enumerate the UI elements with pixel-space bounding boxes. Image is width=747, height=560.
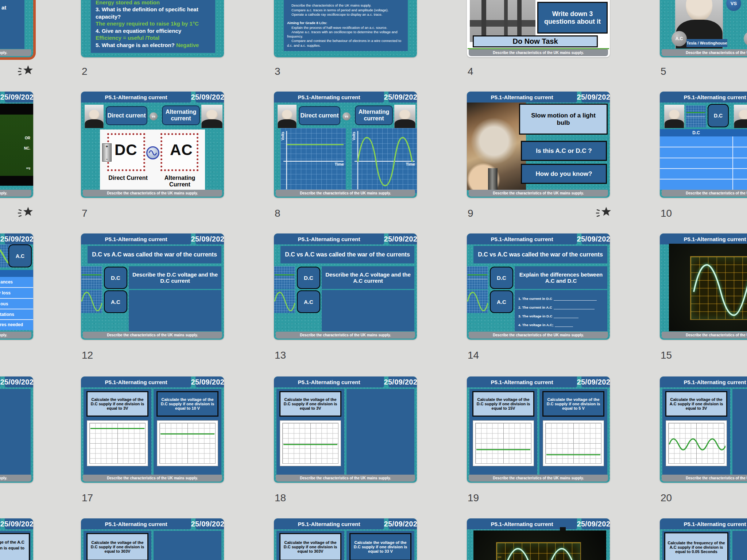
question-box-dc33: Calculate the voltage of the D.C supply … (349, 533, 411, 560)
oscilloscope-grid (280, 420, 341, 466)
slide-footer: Describe the characteristics of the UK m… (83, 190, 222, 197)
slide-title: P5.1-Alternating current (274, 233, 384, 244)
slide-date: 25/09/2025 (581, 233, 610, 244)
dc-label: DC (115, 141, 138, 159)
slide-number-9: 9 (468, 207, 473, 220)
video-text-fragment: NC. (24, 146, 30, 150)
slide-title: P5.1-Alternating current (274, 92, 384, 103)
slide-7-thumbnail[interactable]: P5.1-Alternating current 25/09/2025 Dire… (81, 92, 224, 198)
slide-21-thumbnail[interactable]: P5.1-Alternating current 25/09/2025 tage… (0, 518, 33, 560)
right-panel (732, 389, 747, 475)
slide-1-thumbnail[interactable]: at Describe the characteristics of the U… (0, 0, 33, 57)
slide-footer: Describe the characteristics of the UK m… (276, 190, 415, 197)
tesla-westinghouse-label: Tesla / Westinghouse (686, 39, 727, 47)
alternating-current-button: Alternating current (355, 105, 393, 125)
slide-footer: Describe the characteristics of the UK m… (0, 190, 31, 197)
slide-3-thumbnail[interactable]: Describe the characteristics of the UK m… (274, 0, 417, 57)
slow-motion-box: Slow motion of a light bulb (519, 104, 608, 135)
video-text-fragment: OR (25, 136, 30, 140)
slide-number-4: 4 (468, 65, 473, 78)
slide-footer: Describe the characteristics of the UK m… (276, 475, 415, 482)
slide-22-thumbnail[interactable]: P5.1-Alternating current 25/09/2025 Calc… (81, 518, 224, 560)
slide-number-12: 12 (82, 349, 93, 362)
slide-title: P5.1-Alternating current (660, 233, 747, 244)
content-panel (0, 389, 31, 475)
slide-25-thumbnail[interactable]: P5.1-Alternating current 25/09/2025 Calc… (660, 518, 747, 560)
slide-23-thumbnail[interactable]: P5.1-Alternating current 25/09/2025 Calc… (274, 518, 417, 560)
slide-date: 25/09/2025 (388, 92, 417, 103)
slide-date: 25/09/2025 (196, 233, 224, 244)
slide-title: P5.1-Alternating current (274, 376, 384, 387)
answer-area (129, 290, 221, 331)
question-box-dc303: Calculate the voltage of the D.C supply … (279, 533, 341, 560)
slide-17-thumbnail[interactable]: P5.1-Alternating current 25/09/2025 Calc… (81, 376, 224, 483)
question-box-fragment: tage of the A.C ion is equal to (0, 533, 30, 560)
slide-19-thumbnail[interactable]: P5.1-Alternating current 25/09/2025 Calc… (467, 376, 610, 483)
slide-16-thumbnail[interactable]: P5.1-Alternating current 25/09/2025 Desc… (0, 376, 33, 483)
slide-9-thumbnail[interactable]: P5.1-Alternating current 25/09/2025 Slow… (467, 92, 610, 198)
slide-8-thumbnail[interactable]: P5.1-Alternating current 25/09/2025 Dire… (274, 92, 417, 198)
slide-number-7: 7 (82, 207, 88, 220)
table-header-dc: D.C (660, 129, 732, 136)
slide-12-thumbnail[interactable]: P5.1-Alternating current 25/09/2025 D.C … (81, 233, 224, 340)
slide-number-15: 15 (661, 349, 672, 362)
ac-button: A.C (490, 290, 513, 313)
table-header-row (0, 270, 33, 277)
slide-number-5: 5 (661, 65, 666, 78)
oscilloscope-grid-dc15 (473, 420, 534, 466)
table-header-right (732, 129, 747, 136)
dc-button: D.C (490, 267, 513, 289)
ac-box: A.C (8, 244, 32, 267)
slide-date: 25/09/2025 (581, 376, 610, 387)
direct-current-caption: Direct Current (101, 175, 155, 181)
slide-title: P5.1-Alternating current (467, 376, 577, 387)
war-of-currents-banner: D.C vs A.C was called the war of the cur… (473, 246, 607, 263)
dc-button: D.C (104, 267, 127, 289)
oscilloscope-grid-dc10 (157, 420, 218, 466)
learning-objectives: Describe the characteristics of the UK m… (287, 3, 405, 48)
battery-icon: +- (102, 143, 112, 162)
slide-10-thumbnail[interactable]: P5.1-Alternating current 25/09/2025 D.C … (660, 92, 747, 198)
animation-star-icon[interactable] (18, 206, 34, 220)
slide-11-thumbnail[interactable]: P5.1-Alternating current 25/09/2025 A.C … (0, 233, 33, 340)
animation-star-icon[interactable] (596, 206, 612, 220)
table-column-divider (732, 136, 733, 190)
slide-title: P5.1-Alternating current (660, 376, 747, 387)
right-panel (732, 531, 747, 560)
right-panel (154, 531, 221, 560)
animation-star-icon[interactable] (18, 64, 34, 78)
slide-20-thumbnail[interactable]: P5.1-Alternating current 25/09/2025 Calc… (660, 376, 747, 483)
slide-date: 25/09/2025 (5, 518, 33, 529)
edison-photo (664, 105, 684, 128)
slide-date: 25/09/2025 (196, 92, 224, 103)
slide-13-thumbnail[interactable]: P5.1-Alternating current 25/09/2025 D.C … (274, 233, 417, 340)
question-box-dc3: Calculate the voltage of the D.C supply … (86, 391, 148, 417)
slide-number-20: 20 (661, 492, 672, 504)
differences-list: 1. The current in D.C 2. The current in … (515, 290, 607, 331)
do-now-questions: Energy stored as motion 3. What is the d… (96, 0, 211, 49)
slide-15-thumbnail[interactable]: P5.1-Alternating current 25/09/2025 Desc… (660, 233, 747, 340)
alternating-current-caption: Alternating Current (155, 175, 205, 188)
slide-date: 25/09/2025 (388, 233, 417, 244)
slide-18-thumbnail[interactable]: P5.1-Alternating current 25/09/2025 Calc… (274, 376, 417, 483)
slide-14-thumbnail[interactable]: P5.1-Alternating current 25/09/2025 D.C … (467, 233, 610, 340)
edison-photo (85, 105, 104, 128)
slide-2-thumbnail[interactable]: Energy stored as motion 3. What is the d… (81, 0, 224, 57)
slide-date: 25/09/2025 (388, 376, 417, 387)
slide-footer: Describe the characteristics of the UK m… (83, 332, 222, 339)
slide-title: P5.1-Alternating current (81, 376, 191, 387)
ac-badge: A.C (671, 31, 687, 46)
oscilloscope-grid-dc3 (87, 420, 148, 466)
dc-box: D.C (708, 104, 729, 127)
ac-button: A.C (297, 290, 320, 313)
slide-4-thumbnail[interactable]: Write down 3 questions about it Do Now T… (467, 0, 610, 57)
slide-number-3: 3 (275, 65, 280, 78)
war-of-currents-banner: D.C vs A.C was called the war of the cur… (88, 246, 221, 263)
slide-number-17: 17 (82, 492, 93, 504)
slide-6-thumbnail[interactable]: P5.1-Alternating current 25/09/2025 OR N… (0, 92, 33, 198)
text-fragment: at (1, 4, 6, 11)
slide-5-thumbnail[interactable]: VS A.C Tesla / Westinghouse Describe the… (660, 0, 747, 57)
slide-footer: Describe the characteristics of the UK m… (469, 49, 608, 56)
slide-24-thumbnail[interactable]: P5.1-Alternating current 25/09/2025 100 … (467, 518, 610, 560)
slide-title: P5.1-Alternating current (467, 233, 577, 244)
